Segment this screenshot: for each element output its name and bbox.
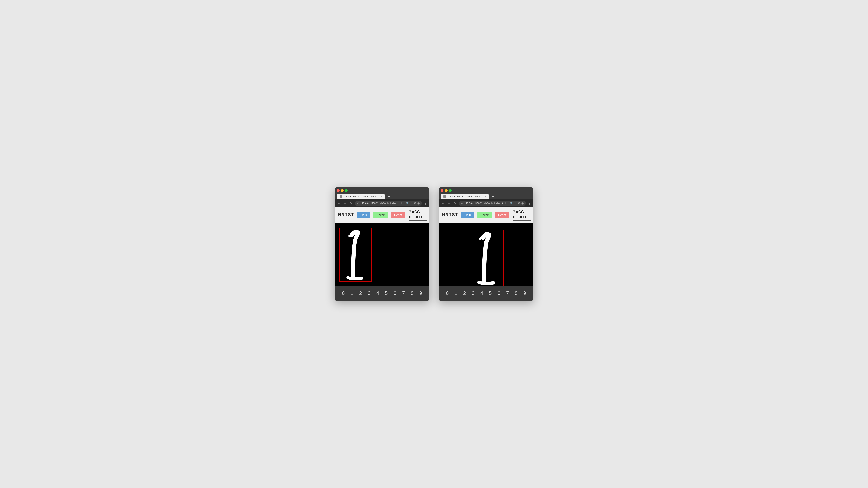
tab-close-left[interactable]: ✕ bbox=[381, 195, 382, 198]
digit-6-left: 6 bbox=[393, 291, 396, 296]
tab-bar-right: TensorFlow.JS MNIST Worksh... ✕ + bbox=[441, 194, 531, 199]
maximize-button-left[interactable] bbox=[345, 189, 348, 192]
check-button-right[interactable]: Check bbox=[477, 212, 492, 218]
forward-button-right[interactable]: → bbox=[447, 201, 452, 205]
nav-buttons-right: ← → ↻ bbox=[441, 201, 457, 205]
extension-icon-left[interactable]: ⚙ bbox=[414, 202, 416, 205]
more-options-right[interactable]: ⋮ bbox=[528, 201, 531, 205]
app-title-left: MNIST bbox=[338, 212, 354, 218]
canvas-area-left[interactable] bbox=[335, 223, 430, 286]
bottom-area-left: 0 1 2 3 4 5 6 7 8 9 bbox=[335, 286, 430, 301]
acc-value-right: *ACC 0.901 bbox=[513, 209, 531, 220]
browser-chrome-left: TensorFlow.JS MNIST Worksh... ✕ + bbox=[335, 187, 430, 199]
check-button-left[interactable]: Check bbox=[373, 212, 388, 218]
digit-svg-left bbox=[340, 228, 371, 281]
digit-0-left: 0 bbox=[342, 291, 345, 296]
digit-7-right: 7 bbox=[506, 291, 509, 296]
acc-bar-right bbox=[513, 220, 531, 221]
tab-bar-left: TensorFlow.JS MNIST Worksh... ✕ + bbox=[337, 194, 427, 199]
tab-mnist-left[interactable]: TensorFlow.JS MNIST Worksh... ✕ bbox=[337, 194, 385, 199]
digit-9-right: 9 bbox=[523, 291, 526, 296]
new-tab-button-right[interactable]: + bbox=[490, 194, 496, 199]
url-bar-right[interactable]: ⊙ 127.0.0.1:5500/code/mnist/index.html 🔍… bbox=[459, 201, 526, 206]
train-button-left[interactable]: Train bbox=[357, 212, 370, 218]
app-toolbar-right: MNIST Train Check Reset *ACC 0.901 bbox=[438, 207, 533, 223]
tab-favicon-right bbox=[443, 195, 446, 198]
digit-8-right: 8 bbox=[515, 291, 518, 296]
traffic-lights-right bbox=[441, 189, 531, 192]
search-icon-left[interactable]: 🔍 bbox=[406, 202, 410, 205]
digit-1-right: 1 bbox=[454, 291, 457, 296]
traffic-lights-left bbox=[337, 189, 427, 192]
url-actions-right: 🔍 ☆ ⚙ ◉ bbox=[510, 202, 524, 205]
tab-title-right: TensorFlow.JS MNIST Worksh... bbox=[447, 195, 483, 198]
address-bar-left: ← → ↻ ⊙ 127.0.0.1:5500/code/mnist/index.… bbox=[335, 199, 430, 207]
digit-row-left: 0 1 2 3 4 5 6 7 8 9 bbox=[335, 291, 430, 296]
refresh-button-left[interactable]: ↻ bbox=[348, 201, 353, 205]
canvas-area-right[interactable] bbox=[438, 223, 533, 286]
digit-8-left: 8 bbox=[410, 291, 413, 296]
browser-window-left: TensorFlow.JS MNIST Worksh... ✕ + ← → ↻ … bbox=[335, 187, 430, 301]
digit-row-right: 0 1 2 3 4 5 6 7 8 9 bbox=[438, 291, 533, 296]
new-tab-button-left[interactable]: + bbox=[386, 194, 392, 199]
digit-3-left: 3 bbox=[368, 291, 370, 296]
close-button-right[interactable] bbox=[441, 189, 443, 192]
bottom-area-right: 0 1 2 3 4 5 6 7 8 9 bbox=[438, 286, 533, 301]
nav-buttons-left: ← → ↻ bbox=[337, 201, 353, 205]
digit-2-left: 2 bbox=[359, 291, 362, 296]
bookmark-icon-left[interactable]: ☆ bbox=[410, 202, 413, 205]
digit-6-right: 6 bbox=[497, 291, 500, 296]
train-button-right[interactable]: Train bbox=[461, 212, 474, 218]
digit-4-right: 4 bbox=[480, 291, 483, 296]
browser-window-right: TensorFlow.JS MNIST Worksh... ✕ + ← → ↻ … bbox=[438, 187, 533, 301]
app-content-right: MNIST Train Check Reset *ACC 0.901 bbox=[438, 207, 533, 301]
back-button-right[interactable]: ← bbox=[441, 201, 446, 205]
more-options-left[interactable]: ⋮ bbox=[424, 201, 427, 205]
app-title-right: MNIST bbox=[442, 212, 458, 218]
digit-1-left: 1 bbox=[350, 291, 353, 296]
acc-bar-left bbox=[409, 220, 427, 221]
digit-5-left: 5 bbox=[385, 291, 388, 296]
close-button-left[interactable] bbox=[337, 189, 340, 192]
profile-icon-right[interactable]: ◉ bbox=[521, 202, 524, 205]
address-bar-right: ← → ↻ ⊙ 127.0.0.1:5500/code/mnist/index.… bbox=[438, 199, 533, 207]
digit-canvas-right[interactable] bbox=[469, 230, 504, 286]
lock-icon-left: ⊙ bbox=[357, 202, 359, 204]
url-text-left: 127.0.0.1:5500/code/mnist/index.html bbox=[360, 202, 405, 205]
acc-value-left: *ACC 0.901 bbox=[409, 209, 427, 220]
app-content-left: MNIST Train Check Reset *ACC 0.901 bbox=[335, 207, 430, 301]
digit-canvas-left[interactable] bbox=[339, 228, 372, 282]
digit-7-left: 7 bbox=[402, 291, 405, 296]
tab-title-left: TensorFlow.JS MNIST Worksh... bbox=[344, 195, 379, 198]
bookmark-icon-right[interactable]: ☆ bbox=[515, 202, 517, 205]
tab-mnist-right[interactable]: TensorFlow.JS MNIST Worksh... ✕ bbox=[441, 194, 489, 199]
digit-4-left: 4 bbox=[376, 291, 379, 296]
lock-icon-right: ⊙ bbox=[461, 202, 463, 204]
acc-display-right: *ACC 0.901 bbox=[513, 209, 531, 221]
minimize-button-right[interactable] bbox=[445, 189, 447, 192]
reset-button-left[interactable]: Reset bbox=[391, 212, 405, 218]
search-icon-right[interactable]: 🔍 bbox=[510, 202, 514, 205]
digit-9-left: 9 bbox=[419, 291, 422, 296]
reset-button-right[interactable]: Reset bbox=[495, 212, 509, 218]
digit-5-right: 5 bbox=[489, 291, 492, 296]
digit-2-right: 2 bbox=[463, 291, 466, 296]
digit-0-right: 0 bbox=[446, 291, 449, 296]
minimize-button-left[interactable] bbox=[341, 189, 344, 192]
digit-svg-right bbox=[469, 230, 503, 286]
acc-display-left: *ACC 0.901 bbox=[409, 209, 427, 221]
tab-favicon-left bbox=[340, 195, 342, 198]
digit-3-right: 3 bbox=[471, 291, 474, 296]
maximize-button-right[interactable] bbox=[449, 189, 452, 192]
url-text-right: 127.0.0.1:5500/code/mnist/index.html bbox=[464, 202, 509, 205]
extension-icon-right[interactable]: ⚙ bbox=[518, 202, 520, 205]
forward-button-left[interactable]: → bbox=[343, 201, 348, 205]
profile-icon-left[interactable]: ◉ bbox=[417, 202, 420, 205]
browser-chrome-right: TensorFlow.JS MNIST Worksh... ✕ + bbox=[438, 187, 533, 199]
url-actions-left: 🔍 ☆ ⚙ ◉ bbox=[406, 202, 420, 205]
tab-close-right[interactable]: ✕ bbox=[485, 195, 487, 198]
back-button-left[interactable]: ← bbox=[337, 201, 342, 205]
url-bar-left[interactable]: ⊙ 127.0.0.1:5500/code/mnist/index.html 🔍… bbox=[355, 201, 422, 206]
refresh-button-right[interactable]: ↻ bbox=[453, 201, 457, 205]
app-toolbar-left: MNIST Train Check Reset *ACC 0.901 bbox=[335, 207, 430, 223]
